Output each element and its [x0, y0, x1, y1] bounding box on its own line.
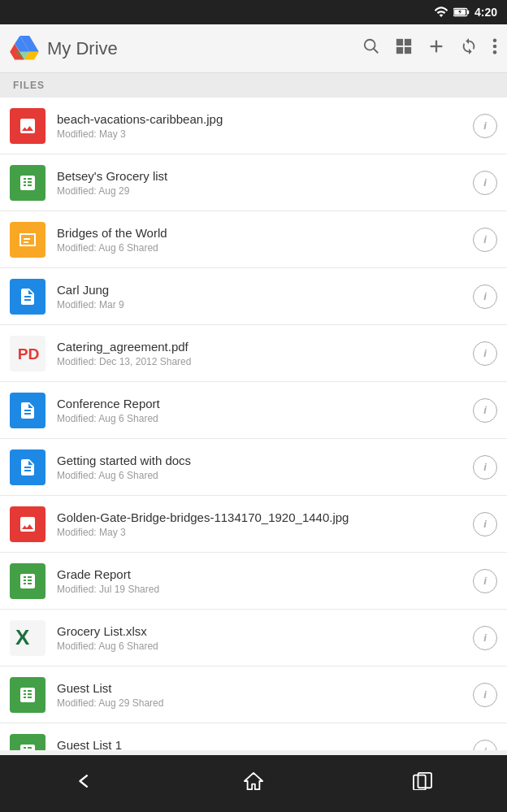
- more-options-icon[interactable]: [492, 37, 497, 59]
- file-info: Guest List Modified: Aug 29 Shared: [57, 680, 466, 710]
- file-info: Getting started with docs Modified: Aug …: [57, 453, 466, 482]
- file-info: Catering_agreement.pdf Modified: Dec 13,…: [57, 339, 466, 368]
- list-item[interactable]: Guest List Modified: Aug 29 Shared i: [0, 667, 507, 723]
- grid-view-icon[interactable]: [395, 37, 413, 59]
- file-name: Guest List: [57, 680, 466, 697]
- file-info-button[interactable]: i: [473, 284, 497, 309]
- svg-rect-5: [396, 39, 403, 46]
- list-item[interactable]: Betsey's Grocery list Modified: Aug 29 i: [0, 154, 507, 211]
- file-info-button[interactable]: i: [473, 626, 497, 650]
- file-info-button[interactable]: i: [473, 740, 497, 751]
- file-meta: Modified: Aug 6 Shared: [57, 413, 466, 424]
- file-name: beach-vacations-caribbean.jpg: [57, 111, 466, 128]
- file-meta: Modified: Aug 6 Shared: [57, 242, 466, 254]
- list-item[interactable]: X Grocery List.xlsx Modified: Aug 6 Shar…: [0, 610, 507, 667]
- file-name: Bridges of the World: [57, 225, 466, 241]
- file-type-icon: [10, 165, 46, 201]
- file-type-icon: [10, 108, 46, 144]
- file-info: Grocery List.xlsx Modified: Aug 6 Shared: [57, 623, 466, 653]
- file-name: Catering_agreement.pdf: [57, 339, 466, 355]
- file-info-button[interactable]: i: [473, 569, 497, 593]
- file-name: Getting started with docs: [57, 453, 466, 469]
- file-info-button[interactable]: i: [473, 683, 497, 707]
- list-item[interactable]: beach-vacations-caribbean.jpg Modified: …: [0, 98, 507, 154]
- file-type-icon: PDF: [10, 336, 46, 371]
- file-info: Guest List 1 Modified: Aug 6 Shared: [57, 737, 466, 750]
- wifi-icon: [434, 7, 448, 18]
- svg-point-11: [493, 38, 497, 42]
- file-meta: Modified: May 3: [57, 527, 466, 538]
- svg-point-3: [365, 40, 375, 50]
- svg-line-4: [374, 49, 379, 54]
- file-info: Grade Report Modified: Jul 19 Shared: [57, 567, 466, 596]
- file-name: Grocery List.xlsx: [57, 623, 466, 640]
- file-info-button[interactable]: i: [473, 171, 497, 195]
- file-meta: Modified: Jul 19 Shared: [57, 584, 466, 595]
- file-type-icon: X: [10, 620, 46, 656]
- svg-rect-7: [396, 47, 403, 54]
- list-item[interactable]: Guest List 1 Modified: Aug 6 Shared i: [0, 723, 507, 750]
- section-header: FILES: [0, 73, 507, 98]
- home-button[interactable]: [227, 763, 280, 804]
- file-type-icon: [10, 449, 46, 485]
- svg-rect-8: [405, 47, 411, 54]
- page-title: My Drive: [47, 38, 362, 59]
- file-meta: Modified: Mar 9: [57, 299, 466, 310]
- nav-bar: [0, 755, 507, 812]
- file-info-button[interactable]: i: [473, 398, 497, 423]
- drive-logo: [10, 36, 39, 62]
- file-name: Grade Report: [57, 567, 466, 583]
- add-icon[interactable]: [427, 37, 445, 59]
- file-meta: Modified: May 3: [57, 128, 466, 140]
- file-info: Carl Jung Modified: Mar 9: [57, 282, 466, 311]
- file-type-icon: [10, 393, 46, 428]
- list-item[interactable]: Carl Jung Modified: Mar 9 i: [0, 268, 507, 325]
- file-name: Guest List 1: [57, 737, 466, 750]
- file-info: beach-vacations-caribbean.jpg Modified: …: [57, 111, 466, 141]
- svg-text:X: X: [15, 627, 30, 649]
- file-info: Golden-Gate-Bridge-bridges-1134170_1920_…: [57, 510, 466, 539]
- file-name: Golden-Gate-Bridge-bridges-1134170_1920_…: [57, 510, 466, 526]
- status-icons: 4:20: [434, 6, 497, 19]
- app-bar: My Drive: [0, 24, 507, 73]
- sync-icon[interactable]: [460, 37, 478, 59]
- svg-point-12: [493, 45, 497, 49]
- file-meta: Modified: Aug 6 Shared: [57, 640, 466, 652]
- recent-apps-button[interactable]: [396, 764, 449, 803]
- list-item[interactable]: PDF Catering_agreement.pdf Modified: Dec…: [0, 325, 507, 382]
- list-item[interactable]: Conference Report Modified: Aug 6 Shared…: [0, 382, 507, 439]
- file-meta: Modified: Dec 13, 2012 Shared: [57, 356, 466, 367]
- file-name: Betsey's Grocery list: [57, 168, 466, 185]
- back-button[interactable]: [58, 764, 111, 803]
- file-info-button[interactable]: i: [473, 114, 497, 138]
- file-info-button[interactable]: i: [473, 512, 497, 536]
- svg-rect-1: [467, 11, 469, 15]
- file-info: Bridges of the World Modified: Aug 6 Sha…: [57, 225, 466, 254]
- file-type-icon: [10, 222, 46, 258]
- svg-text:PDF: PDF: [18, 345, 39, 363]
- file-info-button[interactable]: i: [473, 228, 497, 252]
- file-type-icon: [10, 563, 46, 599]
- app-bar-actions: [362, 37, 497, 59]
- file-meta: Modified: Aug 29 Shared: [57, 697, 466, 709]
- list-item[interactable]: Grade Report Modified: Jul 19 Shared i: [0, 553, 507, 610]
- file-list[interactable]: beach-vacations-caribbean.jpg Modified: …: [0, 98, 507, 750]
- file-type-icon: [10, 677, 46, 713]
- status-bar: 4:20: [0, 0, 507, 24]
- file-type-icon: [10, 506, 46, 542]
- file-meta: Modified: Aug 6 Shared: [57, 470, 466, 481]
- list-item[interactable]: Getting started with docs Modified: Aug …: [0, 439, 507, 496]
- battery-icon: [453, 7, 470, 17]
- file-name: Carl Jung: [57, 282, 466, 298]
- time-display: 4:20: [474, 6, 497, 19]
- svg-rect-6: [405, 39, 411, 46]
- file-meta: Modified: Aug 29: [57, 185, 466, 197]
- file-name: Conference Report: [57, 396, 466, 412]
- list-item[interactable]: Bridges of the World Modified: Aug 6 Sha…: [0, 211, 507, 268]
- file-info-button[interactable]: i: [473, 455, 497, 480]
- search-icon[interactable]: [362, 37, 380, 59]
- file-info: Betsey's Grocery list Modified: Aug 29: [57, 168, 466, 198]
- file-info-button[interactable]: i: [473, 341, 497, 366]
- list-item[interactable]: Golden-Gate-Bridge-bridges-1134170_1920_…: [0, 496, 507, 553]
- file-type-icon: [10, 279, 46, 315]
